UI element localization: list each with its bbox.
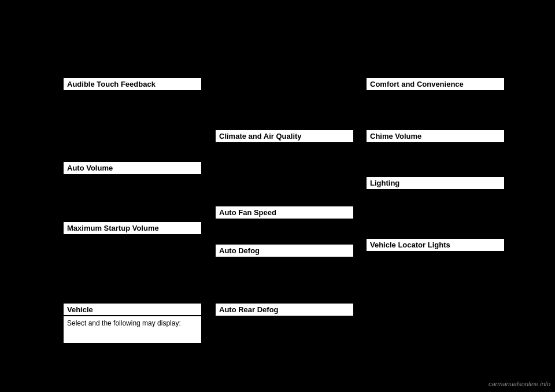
chime-volume-label: Chime Volume (365, 129, 505, 143)
maximum-startup-volume-label: Maximum Startup Volume (62, 221, 202, 235)
auto-rear-defog-label: Auto Rear Defog (214, 302, 354, 317)
auto-volume-label: Auto Volume (62, 161, 202, 175)
climate-and-air-quality-label: Climate and Air Quality (214, 129, 354, 143)
auto-fan-speed-label: Auto Fan Speed (214, 205, 354, 220)
lighting-label: Lighting (365, 176, 505, 190)
vehicle-locator-lights-label: Vehicle Locator Lights (365, 238, 505, 252)
vehicle-desc-desc: Select and the following may display: (62, 315, 202, 344)
watermark: carmanualsonline.info (489, 380, 550, 387)
comfort-and-convenience-label: Comfort and Convenience (365, 77, 505, 91)
auto-defog-label: Auto Defog (214, 243, 354, 258)
audible-touch-feedback-label: Audible Touch Feedback (62, 77, 202, 91)
